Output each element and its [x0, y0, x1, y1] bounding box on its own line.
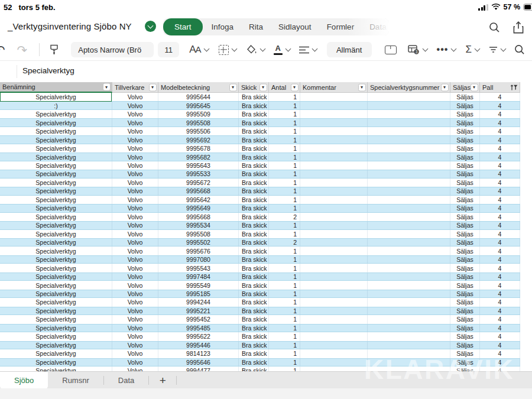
cell-skick[interactable]: Bra skick: [239, 342, 269, 349]
cell-skick[interactable]: Bra skick: [239, 230, 269, 238]
sort-filter-button[interactable]: [489, 46, 505, 53]
cell-skick[interactable]: Bra skick: [239, 153, 269, 160]
cell-antal[interactable]: 1: [269, 144, 300, 153]
cell-kommentar[interactable]: [300, 179, 368, 187]
cell-skick[interactable]: Bra skick: [239, 307, 269, 314]
cell-antal[interactable]: 1: [269, 298, 300, 306]
cell-specialverktygsnummer[interactable]: [368, 102, 450, 109]
cell-skick[interactable]: Bra skick: [239, 239, 269, 246]
cell-modelbeteckning[interactable]: 9995645: [158, 102, 239, 109]
cell-saljas[interactable]: Säljas: [450, 205, 480, 212]
cell-kommentar[interactable]: [300, 325, 368, 332]
cell-kommentar[interactable]: [300, 170, 368, 177]
cell-antal[interactable]: 1: [269, 273, 300, 280]
sheet-tab-sjobo[interactable]: Sjöbo: [0, 372, 48, 389]
cell-pall[interactable]: 4: [480, 342, 520, 349]
cell-specialverktygsnummer[interactable]: [368, 264, 450, 272]
cell-specialverktygsnummer[interactable]: [368, 93, 450, 101]
cell-pall[interactable]: 4: [480, 246, 520, 255]
cell-saljas[interactable]: Säljas: [450, 170, 480, 177]
cell-saljas[interactable]: Säljas: [450, 290, 480, 297]
cell-specialverktygsnummer[interactable]: [368, 119, 450, 126]
cell-antal[interactable]: 1: [269, 315, 300, 323]
cell-tillverkare[interactable]: Volvo: [112, 187, 158, 194]
cell-benamning[interactable]: Specialverktyg: [0, 205, 112, 212]
cell-antal[interactable]: 1: [269, 307, 300, 314]
number-format-selector[interactable]: Allmänt: [327, 42, 372, 57]
cell-saljas[interactable]: Säljas: [450, 239, 480, 246]
cell-antal[interactable]: 1: [269, 205, 300, 212]
cell-pall[interactable]: 4: [480, 359, 520, 366]
font-format-button[interactable]: AA: [189, 44, 208, 56]
cell-benamning[interactable]: Specialverktyg: [0, 153, 112, 160]
cell-specialverktygsnummer[interactable]: [368, 332, 450, 340]
cell-specialverktygsnummer[interactable]: [368, 359, 450, 366]
cell-antal[interactable]: 1: [269, 230, 300, 238]
cell-modelbeteckning[interactable]: 9995644: [158, 93, 239, 101]
cell-skick[interactable]: Bra skick: [239, 187, 269, 194]
cell-tillverkare[interactable]: Volvo: [112, 102, 158, 109]
cell-saljas[interactable]: Säljas: [450, 93, 480, 101]
cell-specialverktygsnummer[interactable]: [368, 325, 450, 332]
cell-specialverktygsnummer[interactable]: [368, 153, 450, 160]
cell-pall[interactable]: 4: [480, 298, 520, 306]
tab-sidlayout[interactable]: Sidlayout: [271, 22, 319, 31]
cell-tillverkare[interactable]: Volvo: [112, 196, 158, 204]
column-header[interactable]: Modelbeteckning▾: [158, 82, 239, 93]
cell-antal[interactable]: 1: [269, 359, 300, 366]
filter-dropdown-button[interactable]: ▾: [229, 83, 237, 91]
cell-pall[interactable]: 4: [480, 110, 520, 118]
tab-infoga[interactable]: Infoga: [204, 22, 242, 31]
cell-pall[interactable]: 4: [480, 161, 520, 170]
cell-saljas[interactable]: Säljas: [450, 246, 480, 255]
cell-modelbeteckning[interactable]: 9995672: [158, 179, 239, 187]
cell-antal[interactable]: 1: [269, 349, 300, 358]
cell-benamning[interactable]: Specialverktyg: [0, 246, 112, 255]
cell-saljas[interactable]: Säljas: [450, 325, 480, 332]
cell-specialverktygsnummer[interactable]: [368, 144, 450, 153]
cell-kommentar[interactable]: [300, 144, 368, 153]
cell-saljas[interactable]: Säljas: [450, 144, 480, 153]
cell-antal[interactable]: 1: [269, 281, 300, 289]
cell-specialverktygsnummer[interactable]: [368, 170, 450, 177]
cell-pall[interactable]: 4: [480, 273, 520, 280]
cell-antal[interactable]: 1: [269, 119, 300, 126]
cell-benamning[interactable]: Specialverktyg: [0, 290, 112, 297]
cell-benamning[interactable]: Specialverktyg: [0, 213, 112, 221]
cell-kommentar[interactable]: [300, 222, 368, 229]
cell-specialverktygsnummer[interactable]: [368, 205, 450, 212]
filter-dropdown-button[interactable]: ▾: [103, 83, 111, 91]
cell-pall[interactable]: 4: [480, 213, 520, 221]
cell-styles-button[interactable]: 3: [408, 45, 427, 54]
cell-benamning[interactable]: Specialverktyg: [0, 230, 112, 238]
cell-pall[interactable]: 4: [480, 315, 520, 323]
cell-benamning[interactable]: Specialverktyg: [0, 264, 112, 272]
cell-kommentar[interactable]: [300, 196, 368, 204]
cell-kommentar[interactable]: [300, 127, 368, 135]
cell-saljas[interactable]: Säljas: [450, 349, 480, 358]
cell-kommentar[interactable]: [300, 332, 368, 340]
cell-modelbeteckning[interactable]: 9995678: [158, 144, 239, 153]
cell-modelbeteckning[interactable]: 9995642: [158, 196, 239, 204]
document-status-icon[interactable]: [145, 21, 156, 32]
cell-modelbeteckning[interactable]: 9995622: [158, 332, 239, 340]
cell-skick[interactable]: Bra skick: [239, 298, 269, 306]
cell-skick[interactable]: Bra skick: [239, 264, 269, 272]
cell-pall[interactable]: 4: [480, 307, 520, 314]
cell-tillverkare[interactable]: Volvo: [112, 307, 158, 314]
filter-dropdown-button[interactable]: ▾: [291, 83, 299, 91]
cell-saljas[interactable]: Säljas: [450, 187, 480, 194]
cell-modelbeteckning[interactable]: 9995676: [158, 246, 239, 255]
cell-specialverktygsnummer[interactable]: [368, 239, 450, 246]
cell-specialverktygsnummer[interactable]: [368, 230, 450, 238]
cell-kommentar[interactable]: [300, 205, 368, 212]
autosum-button[interactable]: Σ: [465, 44, 479, 56]
cell-benamning[interactable]: Specialverktyg: [0, 298, 112, 306]
sheet-tab-rumsnr[interactable]: Rumsnr: [48, 372, 103, 389]
cell-benamning[interactable]: Specialverktyg: [0, 170, 112, 177]
cell-pall[interactable]: 4: [480, 93, 520, 101]
cell-skick[interactable]: Bra skick: [239, 332, 269, 340]
cell-antal[interactable]: 1: [269, 161, 300, 170]
cell-modelbeteckning[interactable]: 9995668: [158, 187, 239, 194]
cell-saljas[interactable]: Säljas: [450, 196, 480, 204]
